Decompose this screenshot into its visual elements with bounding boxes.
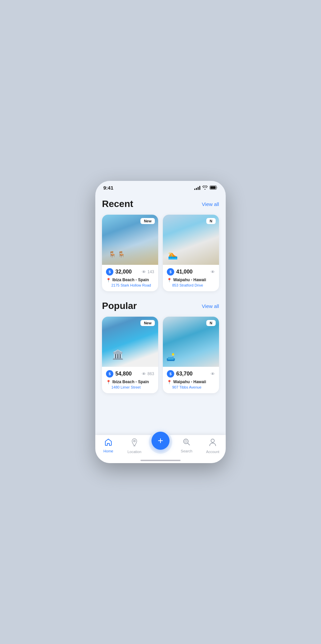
popular-section-header: Popular View all bbox=[102, 301, 219, 311]
nav-item-location[interactable]: Location bbox=[121, 438, 147, 454]
dollar-icon: $ bbox=[167, 370, 174, 378]
view-count: 👁 bbox=[211, 371, 215, 377]
address-text: 1480 Limer Street bbox=[111, 385, 154, 389]
home-icon bbox=[104, 438, 112, 448]
view-count: 👁 863 bbox=[142, 371, 154, 377]
dollar-icon: $ bbox=[106, 268, 113, 276]
property-price: 63,700 bbox=[176, 371, 193, 377]
location-row: 📍 Ibiza Beach - Spain bbox=[106, 278, 154, 283]
location-name: Waipahu - Hawaii bbox=[173, 380, 206, 384]
home-indicator bbox=[140, 460, 181, 461]
recent-view-all-button[interactable]: View all bbox=[202, 201, 219, 207]
phone-frame: 9:41 bbox=[95, 181, 226, 463]
property-card-popular-2[interactable]: N $ 63,700 👁 📍 Waipahu - Hawa bbox=[163, 317, 219, 393]
card-body: $ 32,000 👁 143 📍 Ibiza Beach - Spain 217… bbox=[102, 265, 158, 291]
badge-new: N bbox=[206, 218, 216, 224]
card-image-wrap: New bbox=[102, 317, 158, 367]
eye-icon: 👁 bbox=[142, 270, 146, 275]
price-row: $ 41,000 👁 bbox=[167, 268, 215, 276]
svg-point-4 bbox=[185, 440, 187, 442]
view-count: 👁 bbox=[211, 270, 215, 275]
property-card-popular-1[interactable]: New $ 54,800 👁 863 📍 bbox=[102, 317, 158, 393]
recent-cards-grid: New $ 32,000 👁 143 📍 bbox=[102, 215, 219, 291]
svg-rect-1 bbox=[210, 186, 216, 189]
search-nav-label: Search bbox=[181, 449, 193, 453]
property-price: 32,000 bbox=[115, 269, 132, 275]
property-price: 41,000 bbox=[176, 269, 193, 275]
popular-view-all-button[interactable]: View all bbox=[202, 303, 219, 309]
price-row: $ 63,700 👁 bbox=[167, 370, 215, 378]
account-nav-label: Account bbox=[206, 450, 219, 454]
status-time: 9:41 bbox=[103, 185, 113, 191]
view-count: 👁 143 bbox=[142, 270, 154, 275]
battery-icon bbox=[210, 185, 218, 191]
location-nav-label: Location bbox=[127, 450, 141, 454]
card-image-wrap: N bbox=[163, 317, 219, 367]
signal-icon bbox=[194, 186, 200, 190]
property-card-recent-2[interactable]: N $ 41,000 👁 📍 Waipahu - Hawa bbox=[163, 215, 219, 291]
account-icon bbox=[209, 438, 216, 448]
eye-icon: 👁 bbox=[142, 371, 146, 377]
address-text: 907 Tibbs Avenue bbox=[172, 385, 215, 389]
location-row: 📍 Waipahu - Hawaii bbox=[167, 380, 215, 385]
add-listing-button[interactable]: + bbox=[151, 432, 170, 450]
address-text: 2175 Stark Hollow Road bbox=[111, 283, 154, 287]
home-nav-label: Home bbox=[103, 449, 113, 453]
card-image-wrap: New bbox=[102, 215, 158, 265]
recent-section-header: Recent View all bbox=[102, 199, 219, 209]
eye-icon: 👁 bbox=[211, 270, 215, 275]
card-body: $ 41,000 👁 📍 Waipahu - Hawaii 853 Stratf… bbox=[163, 265, 219, 291]
price-row: $ 32,000 👁 143 bbox=[106, 268, 154, 276]
pin-icon: 📍 bbox=[106, 380, 111, 385]
bottom-navigation: Home Location + bbox=[95, 435, 226, 463]
nav-items: Home Location + bbox=[95, 438, 226, 454]
pin-icon: 📍 bbox=[106, 278, 111, 283]
location-name: Ibiza Beach - Spain bbox=[112, 278, 149, 282]
card-image-wrap: N bbox=[163, 215, 219, 265]
status-bar: 9:41 bbox=[95, 181, 226, 193]
recent-title: Recent bbox=[102, 199, 133, 209]
location-icon bbox=[131, 438, 138, 448]
scroll-content: Recent View all New $ 32,000 bbox=[95, 193, 226, 434]
nav-item-account[interactable]: Account bbox=[200, 438, 226, 454]
card-body: $ 54,800 👁 863 📍 Ibiza Beach - Spain 148… bbox=[102, 367, 158, 393]
location-row: 📍 Waipahu - Hawaii bbox=[167, 278, 215, 283]
pin-icon: 📍 bbox=[167, 278, 172, 283]
status-icons bbox=[194, 185, 218, 191]
eye-icon: 👁 bbox=[211, 371, 215, 377]
popular-title: Popular bbox=[102, 301, 137, 311]
pin-icon: 📍 bbox=[167, 380, 172, 385]
location-name: Ibiza Beach - Spain bbox=[112, 380, 149, 384]
badge-new: New bbox=[140, 218, 155, 224]
search-icon bbox=[183, 438, 190, 448]
dollar-icon: $ bbox=[167, 268, 174, 276]
card-body: $ 63,700 👁 📍 Waipahu - Hawaii 907 Tibbs … bbox=[163, 367, 219, 393]
badge-new: New bbox=[140, 320, 155, 326]
location-row: 📍 Ibiza Beach - Spain bbox=[106, 380, 154, 385]
svg-point-2 bbox=[133, 446, 136, 447]
views-number: 143 bbox=[147, 270, 154, 274]
badge-new: N bbox=[206, 320, 216, 326]
views-number: 863 bbox=[147, 371, 154, 376]
address-text: 853 Stratford Drive bbox=[172, 283, 215, 287]
location-name: Waipahu - Hawaii bbox=[173, 278, 206, 282]
property-price: 54,800 bbox=[115, 371, 132, 377]
nav-item-search[interactable]: Search bbox=[174, 438, 200, 453]
svg-point-5 bbox=[211, 439, 214, 442]
dollar-icon: $ bbox=[106, 370, 113, 378]
price-row: $ 54,800 👁 863 bbox=[106, 370, 154, 378]
popular-cards-grid: New $ 54,800 👁 863 📍 bbox=[102, 317, 219, 393]
nav-item-home[interactable]: Home bbox=[95, 438, 121, 453]
wifi-icon bbox=[202, 185, 208, 191]
property-card-recent-1[interactable]: New $ 32,000 👁 143 📍 bbox=[102, 215, 158, 291]
